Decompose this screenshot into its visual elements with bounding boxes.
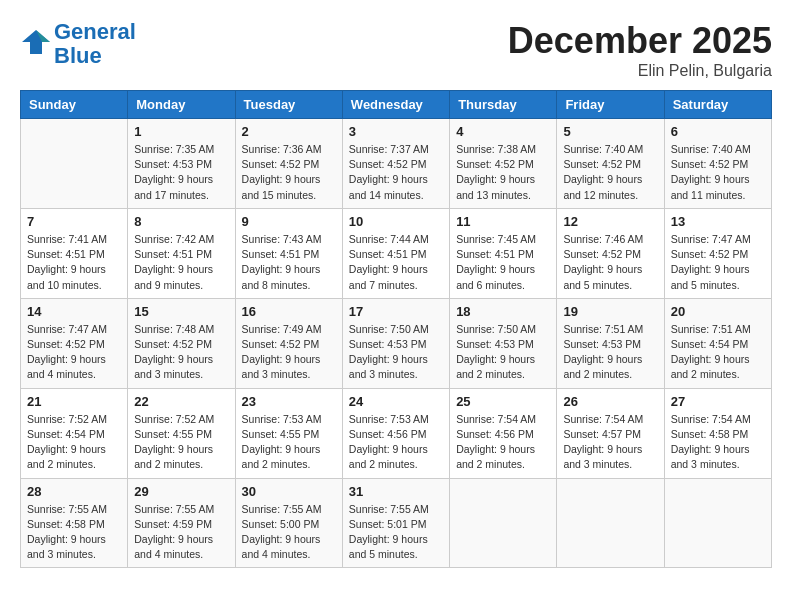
day-number: 18 xyxy=(456,304,550,319)
calendar-week-2: 7Sunrise: 7:41 AMSunset: 4:51 PMDaylight… xyxy=(21,208,772,298)
day-number: 14 xyxy=(27,304,121,319)
day-number: 12 xyxy=(563,214,657,229)
day-info: Sunrise: 7:42 AMSunset: 4:51 PMDaylight:… xyxy=(134,232,228,293)
day-info: Sunrise: 7:53 AMSunset: 4:55 PMDaylight:… xyxy=(242,412,336,473)
day-info: Sunrise: 7:55 AMSunset: 4:58 PMDaylight:… xyxy=(27,502,121,563)
day-info: Sunrise: 7:36 AMSunset: 4:52 PMDaylight:… xyxy=(242,142,336,203)
calendar-cell: 20Sunrise: 7:51 AMSunset: 4:54 PMDayligh… xyxy=(664,298,771,388)
day-info: Sunrise: 7:47 AMSunset: 4:52 PMDaylight:… xyxy=(671,232,765,293)
day-info: Sunrise: 7:40 AMSunset: 4:52 PMDaylight:… xyxy=(671,142,765,203)
day-number: 20 xyxy=(671,304,765,319)
day-number: 8 xyxy=(134,214,228,229)
column-header-tuesday: Tuesday xyxy=(235,91,342,119)
column-header-monday: Monday xyxy=(128,91,235,119)
calendar-body: 1Sunrise: 7:35 AMSunset: 4:53 PMDaylight… xyxy=(21,119,772,568)
calendar-cell: 31Sunrise: 7:55 AMSunset: 5:01 PMDayligh… xyxy=(342,478,449,568)
day-info: Sunrise: 7:51 AMSunset: 4:54 PMDaylight:… xyxy=(671,322,765,383)
calendar-cell: 13Sunrise: 7:47 AMSunset: 4:52 PMDayligh… xyxy=(664,208,771,298)
calendar-cell: 17Sunrise: 7:50 AMSunset: 4:53 PMDayligh… xyxy=(342,298,449,388)
calendar-cell: 24Sunrise: 7:53 AMSunset: 4:56 PMDayligh… xyxy=(342,388,449,478)
day-info: Sunrise: 7:41 AMSunset: 4:51 PMDaylight:… xyxy=(27,232,121,293)
calendar-cell: 12Sunrise: 7:46 AMSunset: 4:52 PMDayligh… xyxy=(557,208,664,298)
day-info: Sunrise: 7:43 AMSunset: 4:51 PMDaylight:… xyxy=(242,232,336,293)
calendar-cell: 28Sunrise: 7:55 AMSunset: 4:58 PMDayligh… xyxy=(21,478,128,568)
calendar-week-4: 21Sunrise: 7:52 AMSunset: 4:54 PMDayligh… xyxy=(21,388,772,478)
day-number: 15 xyxy=(134,304,228,319)
day-info: Sunrise: 7:46 AMSunset: 4:52 PMDaylight:… xyxy=(563,232,657,293)
day-number: 28 xyxy=(27,484,121,499)
calendar-header: SundayMondayTuesdayWednesdayThursdayFrid… xyxy=(21,91,772,119)
calendar-cell: 30Sunrise: 7:55 AMSunset: 5:00 PMDayligh… xyxy=(235,478,342,568)
day-info: Sunrise: 7:51 AMSunset: 4:53 PMDaylight:… xyxy=(563,322,657,383)
day-info: Sunrise: 7:40 AMSunset: 4:52 PMDaylight:… xyxy=(563,142,657,203)
calendar-cell: 29Sunrise: 7:55 AMSunset: 4:59 PMDayligh… xyxy=(128,478,235,568)
day-number: 2 xyxy=(242,124,336,139)
day-number: 25 xyxy=(456,394,550,409)
day-info: Sunrise: 7:48 AMSunset: 4:52 PMDaylight:… xyxy=(134,322,228,383)
calendar-cell: 1Sunrise: 7:35 AMSunset: 4:53 PMDaylight… xyxy=(128,119,235,209)
day-info: Sunrise: 7:35 AMSunset: 4:53 PMDaylight:… xyxy=(134,142,228,203)
calendar-cell: 15Sunrise: 7:48 AMSunset: 4:52 PMDayligh… xyxy=(128,298,235,388)
day-info: Sunrise: 7:49 AMSunset: 4:52 PMDaylight:… xyxy=(242,322,336,383)
calendar-cell: 14Sunrise: 7:47 AMSunset: 4:52 PMDayligh… xyxy=(21,298,128,388)
location-title: Elin Pelin, Bulgaria xyxy=(508,62,772,80)
calendar-cell: 23Sunrise: 7:53 AMSunset: 4:55 PMDayligh… xyxy=(235,388,342,478)
day-number: 19 xyxy=(563,304,657,319)
day-info: Sunrise: 7:47 AMSunset: 4:52 PMDaylight:… xyxy=(27,322,121,383)
day-info: Sunrise: 7:37 AMSunset: 4:52 PMDaylight:… xyxy=(349,142,443,203)
day-number: 24 xyxy=(349,394,443,409)
day-number: 30 xyxy=(242,484,336,499)
logo: GeneralBlue xyxy=(20,20,136,68)
calendar-cell: 9Sunrise: 7:43 AMSunset: 4:51 PMDaylight… xyxy=(235,208,342,298)
calendar-cell: 8Sunrise: 7:42 AMSunset: 4:51 PMDaylight… xyxy=(128,208,235,298)
day-number: 7 xyxy=(27,214,121,229)
header: GeneralBlue December 2025 Elin Pelin, Bu… xyxy=(20,20,772,80)
column-header-wednesday: Wednesday xyxy=(342,91,449,119)
day-number: 9 xyxy=(242,214,336,229)
day-number: 13 xyxy=(671,214,765,229)
day-number: 10 xyxy=(349,214,443,229)
column-header-saturday: Saturday xyxy=(664,91,771,119)
day-number: 22 xyxy=(134,394,228,409)
calendar-cell: 5Sunrise: 7:40 AMSunset: 4:52 PMDaylight… xyxy=(557,119,664,209)
day-number: 21 xyxy=(27,394,121,409)
day-info: Sunrise: 7:53 AMSunset: 4:56 PMDaylight:… xyxy=(349,412,443,473)
day-info: Sunrise: 7:54 AMSunset: 4:57 PMDaylight:… xyxy=(563,412,657,473)
day-number: 17 xyxy=(349,304,443,319)
day-info: Sunrise: 7:54 AMSunset: 4:56 PMDaylight:… xyxy=(456,412,550,473)
day-number: 31 xyxy=(349,484,443,499)
calendar-week-3: 14Sunrise: 7:47 AMSunset: 4:52 PMDayligh… xyxy=(21,298,772,388)
day-number: 26 xyxy=(563,394,657,409)
day-number: 4 xyxy=(456,124,550,139)
column-header-thursday: Thursday xyxy=(450,91,557,119)
calendar-table: SundayMondayTuesdayWednesdayThursdayFrid… xyxy=(20,90,772,568)
month-title: December 2025 xyxy=(508,20,772,62)
day-number: 5 xyxy=(563,124,657,139)
calendar-cell xyxy=(21,119,128,209)
calendar-cell: 11Sunrise: 7:45 AMSunset: 4:51 PMDayligh… xyxy=(450,208,557,298)
calendar-cell xyxy=(664,478,771,568)
calendar-cell: 21Sunrise: 7:52 AMSunset: 4:54 PMDayligh… xyxy=(21,388,128,478)
day-number: 6 xyxy=(671,124,765,139)
day-info: Sunrise: 7:38 AMSunset: 4:52 PMDaylight:… xyxy=(456,142,550,203)
day-info: Sunrise: 7:55 AMSunset: 5:00 PMDaylight:… xyxy=(242,502,336,563)
calendar-cell: 18Sunrise: 7:50 AMSunset: 4:53 PMDayligh… xyxy=(450,298,557,388)
column-header-sunday: Sunday xyxy=(21,91,128,119)
calendar-cell: 10Sunrise: 7:44 AMSunset: 4:51 PMDayligh… xyxy=(342,208,449,298)
day-info: Sunrise: 7:52 AMSunset: 4:55 PMDaylight:… xyxy=(134,412,228,473)
day-number: 29 xyxy=(134,484,228,499)
title-area: December 2025 Elin Pelin, Bulgaria xyxy=(508,20,772,80)
calendar-cell: 26Sunrise: 7:54 AMSunset: 4:57 PMDayligh… xyxy=(557,388,664,478)
logo-text: GeneralBlue xyxy=(54,20,136,68)
calendar-cell: 19Sunrise: 7:51 AMSunset: 4:53 PMDayligh… xyxy=(557,298,664,388)
day-number: 1 xyxy=(134,124,228,139)
calendar-cell xyxy=(557,478,664,568)
day-info: Sunrise: 7:44 AMSunset: 4:51 PMDaylight:… xyxy=(349,232,443,293)
calendar-cell: 22Sunrise: 7:52 AMSunset: 4:55 PMDayligh… xyxy=(128,388,235,478)
logo-icon xyxy=(20,28,52,56)
calendar-cell: 27Sunrise: 7:54 AMSunset: 4:58 PMDayligh… xyxy=(664,388,771,478)
calendar-cell: 25Sunrise: 7:54 AMSunset: 4:56 PMDayligh… xyxy=(450,388,557,478)
calendar-cell: 7Sunrise: 7:41 AMSunset: 4:51 PMDaylight… xyxy=(21,208,128,298)
day-number: 16 xyxy=(242,304,336,319)
calendar-cell: 2Sunrise: 7:36 AMSunset: 4:52 PMDaylight… xyxy=(235,119,342,209)
